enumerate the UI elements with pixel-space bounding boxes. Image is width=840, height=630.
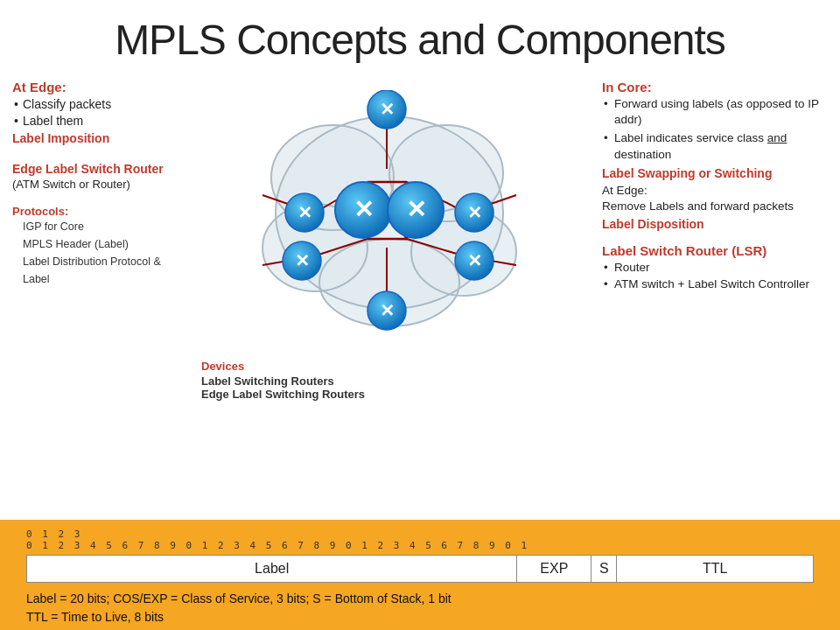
exp-field: EXP <box>517 556 592 582</box>
cloud-container: ✕ ✕ ✕ ✕ ✕ ✕ ✕ <box>245 81 534 353</box>
protocol-ldp: Label Distribution Protocol & Label <box>12 253 177 288</box>
ttl-field: TTL <box>617 556 813 582</box>
devices-title: Devices <box>201 360 595 373</box>
lsr-atm: ATM switch + Label Switch Controller <box>604 276 831 292</box>
label-swapping: Label Swapping or Switching <box>602 166 831 180</box>
devices-section: Devices Label Switching Routers Edge Lab… <box>184 360 595 401</box>
classify-packets: Classify packets <box>14 96 177 113</box>
s-field: S <box>592 556 617 582</box>
right-panel: In Core: Forward using labels (as oppose… <box>595 73 840 501</box>
lsr-bullets: Router ATM switch + Label Switch Control… <box>602 260 831 291</box>
protocols-section: Protocols: IGP for Core MPLS Header (Lab… <box>12 205 177 288</box>
caption-line2: TTL = Time to Live, 8 bits <box>26 608 814 626</box>
forward-labels: Forward using labels (as opposed to IP a… <box>604 96 831 128</box>
field-table: Label EXP S TTL <box>26 555 814 583</box>
label-disposition: Label Disposition <box>602 217 831 231</box>
center-area: ✕ ✕ ✕ ✕ ✕ ✕ ✕ <box>184 73 595 501</box>
svg-text:✕: ✕ <box>467 251 482 270</box>
lsr-title: Label Switch Router (LSR) <box>602 243 831 258</box>
bottom-bar: 0 1 2 3 0 1 2 3 4 5 6 7 8 9 0 1 2 3 4 5 … <box>0 520 840 630</box>
edge-label-switching-routers: Edge Label Switching Routers <box>201 388 595 401</box>
left-bullets: Classify packets Label them <box>12 96 177 130</box>
protocol-igp: IGP for Core <box>12 218 177 235</box>
svg-text:✕: ✕ <box>467 203 482 222</box>
bit-row1: 0 1 2 3 0 1 2 3 4 5 6 7 8 9 0 1 2 3 4 5 … <box>0 527 840 551</box>
in-core-label: In Core: <box>602 80 831 94</box>
svg-text:✕: ✕ <box>295 251 310 270</box>
edge-lsr-sub: (ATM Switch or Router) <box>12 177 177 192</box>
content-area: At Edge: Classify packets Label them Lab… <box>0 73 840 501</box>
svg-text:✕: ✕ <box>298 203 312 222</box>
at-edge-right-title: At Edge: <box>602 183 831 199</box>
protocol-mpls: MPLS Header (Label) <box>12 235 177 253</box>
lsr-router: Router <box>604 260 831 276</box>
svg-text:✕: ✕ <box>406 196 426 223</box>
label-them: Label them <box>14 113 177 130</box>
page-title: MPLS Concepts and Components <box>0 0 840 73</box>
in-core-bullets: Forward using labels (as opposed to IP a… <box>602 96 831 163</box>
at-edge-label: At Edge: <box>12 80 177 94</box>
label-field: Label <box>27 556 517 582</box>
svg-text:✕: ✕ <box>380 100 395 119</box>
protocols-label: Protocols: <box>12 205 177 218</box>
bottom-caption: Label = 20 bits; COS/EXP = Class of Serv… <box>0 586 840 626</box>
label-indicates: Label indicates service class and destin… <box>604 130 831 162</box>
caption-line1: Label = 20 bits; COS/EXP = Class of Serv… <box>26 590 814 608</box>
svg-text:✕: ✕ <box>380 301 395 320</box>
left-panel: At Edge: Classify packets Label them Lab… <box>0 73 184 501</box>
label-imposition: Label Imposition <box>12 131 177 145</box>
edge-lsr-title: Edge Label Switch Router <box>12 161 177 177</box>
svg-text:✕: ✕ <box>354 196 374 223</box>
at-edge-right-text: Remove Labels and forward packets <box>602 199 831 214</box>
label-switching-routers: Label Switching Routers <box>201 374 595 388</box>
